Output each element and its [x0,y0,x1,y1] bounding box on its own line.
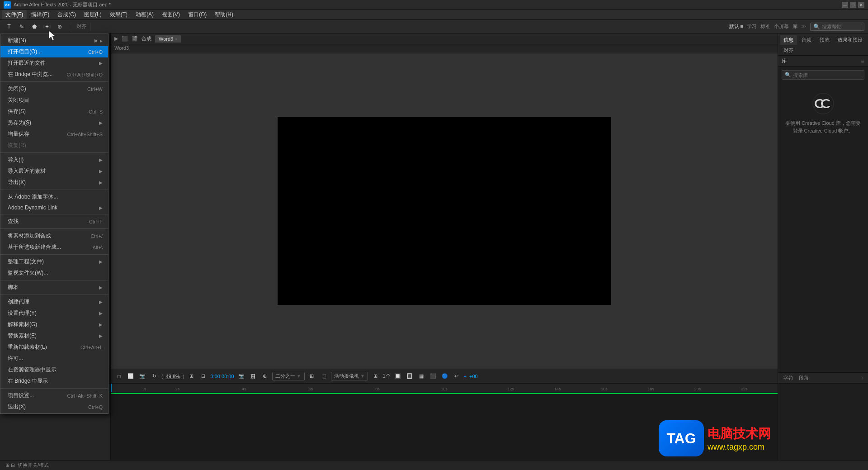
library-tab-bar: 库 ≡ [778,56,868,66]
menu-item-import[interactable]: 导入(I) ▶ [0,154,108,166]
ctrl-info[interactable]: ⊞ [307,372,316,381]
rp-tab-info[interactable]: 信息 [780,35,797,45]
ws-library[interactable]: 库 [793,23,797,30]
ctrl-color1[interactable]: 🔲 [393,372,402,381]
rp-tab-character[interactable]: 字符 [782,374,795,382]
tool-text[interactable]: T [4,21,14,32]
ctrl-region[interactable]: ⬜ [126,372,135,381]
menu-item-reload[interactable]: 重新加载素材(L) Ctrl+Alt+L [0,342,108,353]
menu-item-replace[interactable]: 替换素材(E) ▶ [0,330,108,342]
menu-item-add-to-comp[interactable]: 将素材添加到合成 Ctrl+/ [0,230,108,242]
menu-item-set-proxy[interactable]: 设置代理(Y) ▶ [0,308,108,319]
rp-tab-library[interactable]: 库 [782,57,787,64]
ctrl-color2[interactable]: 🔳 [405,372,414,381]
window-controls[interactable]: — □ ✕ [842,2,864,8]
menu-item-import-recent[interactable]: 导入最近的素材 ▶ [0,166,108,177]
menu-item-scripts[interactable]: 脚本 ▶ [0,282,108,293]
menu-item-close-project[interactable]: 关闭项目 [0,95,108,106]
menu-item-interpret[interactable]: 解释素材(G) ▶ [0,319,108,330]
menu-item-save-as[interactable]: 另存为(S) ▶ [0,117,108,128]
playhead[interactable] [111,384,112,392]
menu-item-dynamic-link[interactable]: Adobe Dynamic Link ▶ [0,203,108,213]
rp-tab-paragraph[interactable]: 段落 [797,374,811,382]
quality-select[interactable]: 二分之一 ▼ [272,372,305,380]
menu-item-project-settings[interactable]: 项目设置... Ctrl+Alt+Shift+K [0,390,108,401]
menu-item-open-recent[interactable]: 打开最近的文件 ▶ [0,57,108,69]
ws-overflow[interactable]: ≫ [801,24,807,29]
menu-effect[interactable]: 效果(T) [106,10,131,19]
ctrl-fit[interactable]: ⊞ [187,372,196,381]
rp-tab-preview[interactable]: 预览 [816,35,833,45]
comp-label: 合成 [142,35,151,42]
camera-select[interactable]: 活动摄像机 ▼ [331,372,368,380]
zoom-value[interactable]: 49.8% [166,374,180,379]
menu-item-reveal-bridge[interactable]: 在 Bridge 中显示 [0,375,108,387]
menu-item-manage-project[interactable]: 整理工程(文件) ▶ [0,256,108,267]
timecode[interactable]: 0:00:00:00 [211,374,234,379]
menu-item-new-comp-from[interactable]: 基于所选项新建合成... Alt+\ [0,242,108,253]
tool-shape[interactable]: ⬟ [29,21,40,32]
ctrl-color3[interactable]: ▦ [417,372,426,381]
rp-tab-align[interactable]: 对齐 [780,46,797,55]
menu-composite[interactable]: 合成(C) [54,10,80,19]
ctrl-target[interactable]: ⊕ [260,372,269,381]
ctrl-grid[interactable]: ⊟ [199,372,208,381]
menu-item-browse-bridge[interactable]: 在 Bridge 中浏览... Ctrl+Alt+Shift+O [0,69,108,80]
menu-view[interactable]: 视图(V) [158,10,184,19]
offset-display: + [464,374,467,379]
app-logo: Ae [4,1,11,9]
work-area-bar[interactable] [111,393,778,394]
ws-learn[interactable]: 学习 [747,23,757,30]
minimize-button[interactable]: — [842,2,848,8]
tool-roto[interactable]: ⊕ [54,21,65,32]
menu-item-new[interactable]: 新建(N) ▶ [0,35,108,46]
tag-logo: TAG [659,420,704,456]
tool-pen[interactable]: ✎ [16,21,27,32]
menu-item-add-fonts[interactable]: 从 Adobe 添加字体... [0,191,108,203]
menu-edit[interactable]: 编辑(E) [28,10,53,19]
close-button[interactable]: ✕ [858,2,864,8]
status-toggle-label[interactable]: 切换开关/模式 [18,462,49,469]
maximize-button[interactable]: □ [850,2,856,8]
ctrl-more[interactable]: ⬚ [319,372,328,381]
search-help-input[interactable] [822,24,858,29]
ctrl-camera[interactable]: 📷 [138,372,147,381]
menu-animation[interactable]: 动画(A) [132,10,157,19]
menu-item-reveal-explorer[interactable]: 在资源管理器中显示 [0,364,108,375]
menu-item-close[interactable]: 关闭(C) Ctrl+W [0,83,108,95]
menu-window[interactable]: 窗口(O) [184,10,210,19]
tool-clone[interactable]: ✦ [42,21,52,32]
comp-tab-menu[interactable]: ≡ [175,37,177,41]
ws-small-screen[interactable]: 小屏幕 [774,23,789,30]
rp-tab-audio[interactable]: 音频 [798,35,815,45]
menu-file[interactable]: 文件(F) [2,10,27,19]
menu-item-increment-save[interactable]: 增量保存 Ctrl+Alt+Shift+S [0,128,108,140]
library-search-input[interactable] [793,72,861,78]
menu-item-license[interactable]: 许可... [0,353,108,364]
offset-value[interactable]: +00 [469,374,478,379]
ctrl-snapshot[interactable]: 📷 [237,372,246,381]
menu-layer[interactable]: 图层(L) [80,10,105,19]
library-menu-icon[interactable]: ≡ [861,57,864,65]
ctrl-color4[interactable]: ⬛ [429,372,438,381]
ctrl-reset[interactable]: ↩ [452,372,461,381]
menu-item-save[interactable]: 保存(S) Ctrl+S [0,106,108,117]
ws-standard[interactable]: 标准 [760,23,770,30]
menu-item-watch-folder[interactable]: 监视文件夹(W)... [0,267,108,279]
ctrl-refresh[interactable]: ↻ [150,372,159,381]
ctrl-show-snapshot[interactable]: 🖼 [249,372,258,381]
comp-tab-word3[interactable]: Word3 ≡ [155,35,181,43]
menu-item-find[interactable]: 查找 Ctrl+F [0,216,108,227]
ws-default[interactable]: 默认 ≡ [729,23,743,30]
add-panel-btn[interactable]: + [861,375,864,381]
menu-help[interactable]: 帮助(H) [211,10,237,19]
window-title: Adobe After Effects 2020 - 无标题项目.aep * [14,1,111,8]
ctrl-pan[interactable]: ⊞ [371,372,380,381]
menu-item-quit[interactable]: 退出(X) Ctrl+Q [0,401,108,413]
menu-item-export[interactable]: 导出(X) ▶ [0,177,108,188]
ctrl-color5[interactable]: 🔵 [440,372,449,381]
ctrl-select-box[interactable]: □ [114,372,123,381]
menu-item-open[interactable]: 打开项目(O)... Ctrl+O [0,46,108,57]
rp-tab-effects[interactable]: 效果和预设 [834,35,866,45]
menu-item-create-proxy[interactable]: 创建代理 ▶ [0,296,108,308]
